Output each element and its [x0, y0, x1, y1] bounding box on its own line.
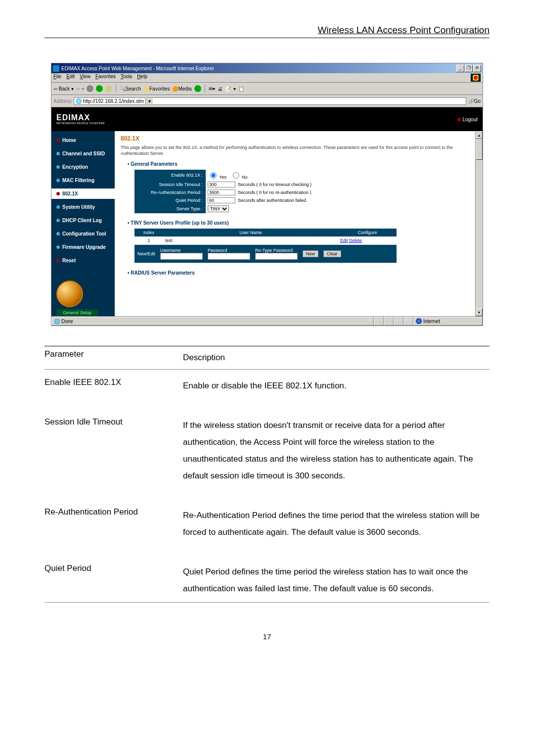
status-cell — [384, 317, 394, 326]
close-button[interactable]: ✕ — [473, 65, 481, 72]
server-type-select[interactable]: TINY — [208, 205, 229, 212]
sidebar-item-mac-filtering[interactable]: MAC Filtering — [51, 175, 115, 186]
sidebar: Home Channel and SSID Encryption MAC Fil… — [51, 107, 115, 316]
sidebar-item-home[interactable]: Home — [51, 135, 115, 145]
page-header: Wireless LAN Access Point Configuration — [44, 25, 490, 38]
minimize-button[interactable]: _ — [456, 65, 464, 72]
enable-no-radio[interactable]: No — [230, 175, 248, 180]
media-button[interactable]: 🟠Media — [172, 86, 191, 92]
session-idle-timeout-label: Session Idle Timeout : — [134, 181, 206, 189]
maximize-button[interactable]: ❐ — [465, 65, 473, 72]
general-parameters-table: Enable 802.1X : Yes No Session Idle Time… — [134, 170, 313, 213]
page-icon: 🌐 — [76, 98, 82, 104]
history-icon[interactable] — [194, 85, 201, 92]
enable-8021x-label: Enable 802.1X : — [134, 170, 206, 181]
window-title: EDIMAX Access Point Web Management - Mic… — [61, 66, 456, 71]
back-button[interactable]: ⇦ Back ▾ — [53, 86, 74, 92]
doc-param: Session Idle Timeout — [44, 417, 183, 484]
vertical-scrollbar[interactable]: ▲ ▼ — [475, 131, 483, 316]
logout-dot-icon — [457, 118, 461, 121]
logout-link[interactable]: Logout — [457, 117, 478, 122]
sidebar-item-firmware-upgrade[interactable]: Firmware Upgrade — [51, 242, 115, 252]
browser-window: EDIMAX Access Point Web Management - Mic… — [51, 63, 483, 326]
window-titlebar: EDIMAX Access Point Web Management - Mic… — [51, 63, 483, 73]
brand-logo: EDIMAX NETWORKING PEOPLE TOGETHER — [56, 114, 105, 125]
address-dropdown-icon[interactable]: ▾ — [145, 98, 153, 104]
addressbar: Address 🌐 http://192.168.2.1/index.stm ▾… — [51, 95, 483, 107]
mail-icon[interactable]: ✉▾ — [209, 86, 215, 92]
sidebar-illustration: General Setup — [51, 281, 115, 316]
sidebar-item-channel-ssid[interactable]: Channel and SSID — [51, 148, 115, 159]
home-icon[interactable] — [105, 85, 112, 92]
general-setup-label: General Setup — [56, 309, 98, 316]
quiet-period-input[interactable] — [208, 197, 235, 203]
server-type-label: Server Type : — [134, 204, 206, 213]
doc-desc: Enable or disable the IEEE 802.1X functi… — [183, 378, 490, 394]
qp-suffix: Seconds after authentication failed — [238, 198, 306, 203]
favorites-button[interactable]: ⭐Favorites — [143, 86, 170, 92]
parameter-doc-section: Parameter Description Enable IEEE 802.1X… — [44, 346, 490, 603]
globe-icon — [56, 281, 83, 307]
edit-icon[interactable]: 📝 — [225, 86, 231, 92]
password-label: Password — [208, 248, 250, 253]
session-idle-timeout-input[interactable] — [208, 182, 235, 188]
scroll-thumb[interactable] — [476, 139, 483, 160]
retype-password-input[interactable] — [255, 253, 298, 260]
print-icon[interactable]: 🖨 — [218, 86, 222, 92]
scroll-down-icon[interactable]: ▼ — [476, 308, 483, 316]
scroll-up-icon[interactable]: ▲ — [476, 131, 483, 139]
menu-favorites[interactable]: Favorites — [95, 74, 116, 82]
sidebar-item-configuration-tool[interactable]: Configuration Tool — [51, 229, 115, 239]
rap-suffix: Seconds ( 0 for no re-authentication ) — [238, 190, 312, 195]
th-configure: Configure — [338, 229, 397, 236]
menu-file[interactable]: File — [53, 74, 61, 82]
toolbar: ⇦ Back ▾ ⇨ ▾ 🔍Search ⭐Favorites 🟠Media ✉… — [51, 83, 483, 95]
radius-heading: RADIUS Server Parameters — [128, 270, 477, 276]
th-index: Index — [134, 229, 163, 236]
menu-tools[interactable]: Tools — [121, 74, 132, 82]
sidebar-item-system-utility[interactable]: System Utility — [51, 202, 115, 212]
address-label: Address — [53, 98, 72, 104]
search-button[interactable]: 🔍Search — [120, 86, 141, 92]
edit-link[interactable]: Edit — [340, 238, 348, 243]
delete-link[interactable]: Delete — [349, 238, 362, 243]
doc-row: Re-Authentication Period Re-Authenticati… — [44, 499, 490, 556]
general-parameters-heading: General Parameters — [128, 161, 477, 167]
sidebar-item-8021x[interactable]: 802.1X — [51, 189, 115, 199]
password-input[interactable] — [208, 253, 250, 260]
username-input[interactable] — [160, 253, 203, 260]
go-button[interactable]: 🔗Go — [468, 98, 481, 104]
new-button[interactable]: New — [303, 250, 318, 257]
menu-edit[interactable]: Edit — [66, 74, 75, 82]
stop-icon[interactable] — [87, 85, 93, 92]
clear-button[interactable]: Clear — [323, 250, 341, 257]
sidebar-item-dhcp-client-log[interactable]: DHCP Client Log — [51, 215, 115, 226]
doc-desc: Quiet Period defines the time period the… — [183, 564, 490, 597]
doc-param: Re-Authentication Period — [44, 507, 183, 541]
address-input[interactable]: 🌐 http://192.168.2.1/index.stm ▾ — [74, 97, 466, 105]
refresh-icon[interactable] — [96, 85, 103, 92]
th-username: User Name — [163, 229, 338, 236]
cell-index: 1 — [134, 236, 163, 245]
enable-yes-radio[interactable]: Yes — [208, 175, 226, 180]
re-auth-period-input[interactable] — [208, 189, 235, 195]
new-edit-row: New/Edit Username Password — [134, 245, 397, 263]
status-cell — [394, 317, 403, 326]
discuss-icon[interactable]: ▾ — [233, 86, 236, 92]
done-icon: 🌐 — [54, 319, 60, 324]
menu-view[interactable]: View — [80, 74, 90, 82]
status-cell — [403, 317, 413, 326]
forward-button: ⇨ ▾ — [76, 86, 84, 92]
main-panel: 802.1X This page allows you to set the 8… — [115, 107, 483, 316]
sidebar-item-reset[interactable]: Reset — [51, 255, 115, 266]
statusbar: 🌐 Done Internet — [51, 316, 483, 326]
related-icon[interactable]: 📋 — [238, 86, 244, 92]
users-table: Index User Name Configure 1 test Edit De… — [134, 229, 397, 263]
sit-suffix: Seconds ( 0 for no timeout checking ) — [238, 182, 312, 187]
doc-param: Enable IEEE 802.1X — [44, 378, 183, 394]
sidebar-item-encryption[interactable]: Encryption — [51, 162, 115, 172]
new-edit-label: New/Edit — [137, 251, 155, 256]
ie-icon — [53, 65, 59, 72]
menu-help[interactable]: Help — [137, 74, 147, 82]
re-auth-period-label: Re-Authentication Period : — [134, 189, 206, 196]
